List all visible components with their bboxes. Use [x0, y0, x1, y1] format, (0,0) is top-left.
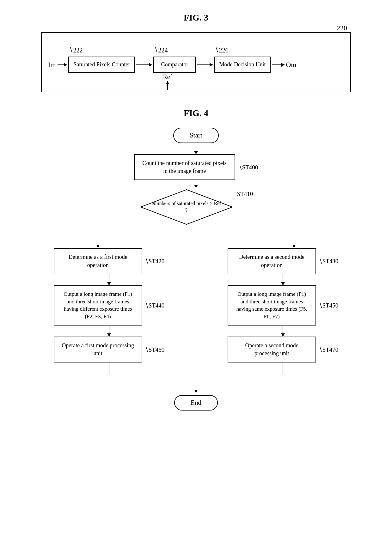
fig4-title: FIG. 4	[19, 108, 373, 118]
block-label-226: ∖226	[215, 46, 228, 54]
output-label-om: Om	[286, 61, 296, 69]
fig3-title: FIG. 3	[19, 13, 373, 23]
svg-marker-12	[194, 390, 198, 393]
block-label-224: ∖224	[154, 46, 168, 54]
block-comparator: Comparator	[153, 57, 196, 73]
step-label-ST440: ∖ST440	[145, 302, 165, 309]
svg-marker-6	[292, 245, 296, 248]
end-oval: End	[174, 395, 218, 411]
start-oval: Start	[173, 128, 219, 143]
step-label-ST400: ∖ST400	[238, 164, 258, 171]
step-label-ST430: ∖ST430	[319, 258, 339, 265]
step-ST440-box: Output a long image frame (F1) and three…	[54, 285, 142, 326]
step-ST420-box: Determine as a first mode operation	[54, 248, 142, 274]
step-ST470-box: Operate a second mode processing unit	[228, 337, 316, 362]
split-lines-svg	[22, 226, 370, 248]
merge-lines-svg	[22, 374, 370, 393]
ref-label: Ref	[163, 73, 172, 81]
step-label-ST470: ∖ST470	[319, 346, 339, 353]
svg-marker-5	[96, 245, 100, 248]
diagram-label-220: 220	[337, 24, 347, 32]
step-ST400-box: Count the number of saturated pixels in …	[134, 154, 235, 180]
block-label-222: ∖222	[69, 46, 83, 54]
step-label-ST410: ST410	[237, 191, 253, 198]
step-ST460-box: Operate a first mode processing unit	[54, 337, 142, 362]
step-ST450-box: Output a long image frame (F1) and three…	[228, 285, 316, 326]
step-ST410-text: Numbers of saturated pixels > Ref ?	[150, 201, 223, 214]
step-label-ST460: ∖ST460	[145, 346, 165, 353]
step-label-ST450: ∖ST450	[319, 302, 339, 309]
block-saturated-pixels-counter: Saturated Pixels Counter	[68, 57, 135, 73]
input-label-im: Im	[48, 61, 56, 69]
block-mode-decision-unit: Mode Decision Unit	[214, 57, 271, 73]
step-ST430-box: Determine as a second mode operation	[228, 248, 316, 274]
step-label-ST420: ∖ST420	[145, 258, 165, 265]
